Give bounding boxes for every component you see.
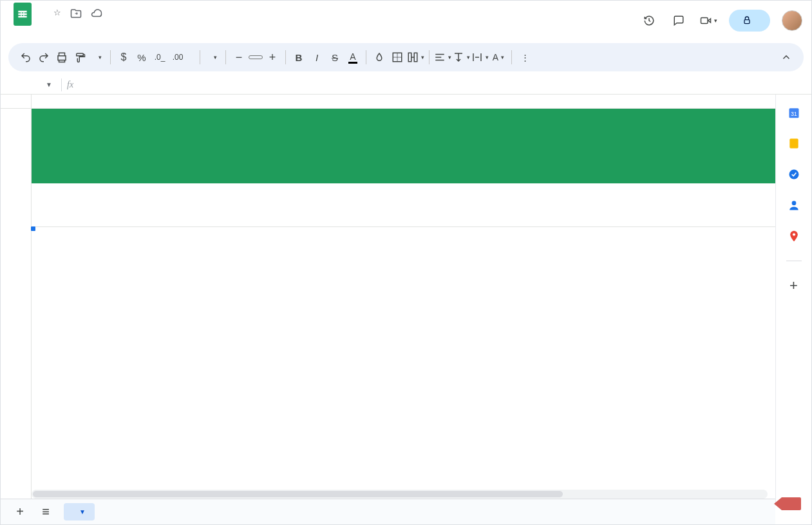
select-all-corner[interactable]	[1, 95, 32, 108]
app-logo[interactable]	[10, 1, 35, 27]
svg-point-8	[792, 233, 795, 235]
header-right	[640, 10, 802, 32]
italic-icon[interactable]: I	[308, 48, 325, 66]
svg-point-7	[791, 201, 796, 205]
contacts-icon[interactable]	[788, 199, 800, 212]
percent-icon[interactable]: %	[133, 48, 150, 66]
svg-rect-1	[744, 20, 750, 24]
menu-insert[interactable]	[82, 28, 93, 33]
comments-icon[interactable]	[670, 12, 688, 30]
menu-data[interactable]	[108, 28, 119, 33]
zoom-level[interactable]	[90, 48, 106, 66]
decrease-decimal-icon[interactable]: .0_	[151, 48, 168, 66]
font-size[interactable]	[249, 55, 263, 59]
text-color-icon[interactable]: A	[345, 48, 361, 66]
redo-icon[interactable]	[35, 48, 52, 66]
selection-outline	[32, 227, 34, 230]
spreadsheet-grid[interactable]	[1, 95, 775, 504]
share-button[interactable]	[729, 10, 770, 32]
date-row	[32, 183, 775, 209]
rotate-text-icon[interactable]: A	[490, 48, 507, 66]
side-panel: 31 +	[775, 95, 811, 504]
currency-icon[interactable]: $	[115, 48, 132, 66]
wrap-icon[interactable]	[471, 48, 489, 66]
merge-icon[interactable]	[407, 48, 424, 66]
fill-color-icon[interactable]	[371, 48, 388, 66]
maps-icon[interactable]	[788, 230, 800, 243]
more-icon[interactable]: ⋮	[516, 48, 533, 66]
strike-icon[interactable]: S	[326, 48, 343, 66]
font-family[interactable]	[205, 48, 221, 66]
account-avatar[interactable]	[782, 10, 802, 31]
menu-tools[interactable]	[120, 28, 132, 33]
menu-format[interactable]	[95, 28, 106, 33]
all-sheets-icon[interactable]: ≡	[38, 504, 53, 519]
paint-format-icon[interactable]	[71, 48, 88, 66]
number-format[interactable]	[187, 48, 195, 66]
menu-view[interactable]	[69, 28, 80, 33]
menu-extensions[interactable]	[133, 28, 145, 33]
row-headers[interactable]	[1, 109, 32, 504]
column-headers[interactable]	[1, 95, 775, 109]
print-icon[interactable]	[53, 48, 70, 66]
cloud-status-icon[interactable]	[91, 8, 102, 21]
menu-file[interactable]	[43, 28, 55, 33]
banner-week	[47, 128, 775, 138]
fx-icon: fx	[67, 80, 73, 90]
add-on-icon[interactable]: +	[788, 279, 800, 292]
star-icon[interactable]: ☆	[53, 8, 61, 21]
decrease-font-icon[interactable]: −	[231, 48, 247, 66]
svg-point-6	[789, 170, 798, 180]
formula-bar: ▼ fx	[1, 75, 811, 95]
meet-icon[interactable]	[699, 12, 717, 30]
collapse-toolbar-icon[interactable]	[778, 48, 795, 66]
svg-rect-5	[789, 139, 798, 149]
horizontal-scrollbar[interactable]	[32, 490, 768, 499]
history-icon[interactable]	[640, 12, 658, 30]
menu-edit[interactable]	[56, 28, 68, 33]
toolbar: $ % .0_ .00 − + B I S A A ⋮	[8, 43, 804, 71]
calendar-icon[interactable]: 31	[788, 106, 800, 119]
borders-icon[interactable]	[389, 48, 406, 66]
keep-icon[interactable]	[788, 137, 800, 150]
undo-icon[interactable]	[17, 48, 34, 66]
tasks-icon[interactable]	[788, 168, 800, 181]
bold-icon[interactable]: B	[290, 48, 307, 66]
day-row	[32, 209, 775, 227]
valign-icon[interactable]	[453, 48, 470, 66]
schedule-banner	[32, 109, 775, 183]
increase-font-icon[interactable]: +	[264, 48, 281, 66]
increase-decimal-icon[interactable]: .00	[169, 48, 186, 66]
svg-text:31: 31	[791, 111, 797, 117]
sheet-tab[interactable]: ▼	[64, 503, 95, 520]
halign-icon[interactable]	[434, 48, 451, 66]
svg-rect-0	[701, 18, 708, 24]
name-box[interactable]: ▼	[6, 81, 56, 88]
menu-help[interactable]	[146, 28, 158, 33]
move-icon[interactable]	[70, 8, 82, 21]
sheet-bar: + ≡ ▼	[1, 499, 775, 524]
add-sheet-icon[interactable]: +	[12, 504, 28, 519]
